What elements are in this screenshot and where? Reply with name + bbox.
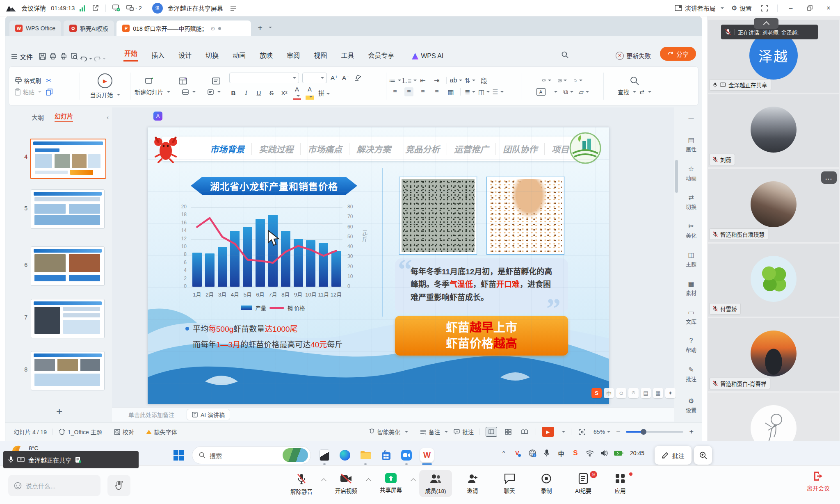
apps-button[interactable]: 应用	[604, 470, 637, 497]
justify-icon[interactable]: ≡	[432, 87, 441, 96]
tab-docer-ai[interactable]: ✿ 稻壳AI模板	[64, 21, 114, 36]
input-method-bar[interactable]: S 中 ☺ ⌾ ▤ ▦ ✦	[591, 386, 703, 399]
menu-review[interactable]: 审阅	[286, 48, 301, 62]
rail-animation[interactable]: ☆动画	[680, 165, 702, 182]
members-button[interactable]: 成员(18)	[419, 470, 452, 497]
find-button[interactable]: 查找	[618, 88, 636, 96]
rail-theme[interactable]: ◫主题	[680, 251, 702, 268]
grid-view-button[interactable]	[503, 427, 514, 436]
font-family-select[interactable]	[229, 73, 299, 83]
participant-tile[interactable]: 智造粕蛋白-肖春祥	[708, 318, 839, 391]
wps-assistant-icon[interactable]: A	[153, 112, 162, 121]
battery-icon[interactable]	[613, 448, 624, 458]
minimize-button[interactable]: –	[785, 2, 797, 14]
decrease-indent-icon[interactable]: ⇤	[418, 76, 427, 85]
play-from-current-button[interactable]: 当页开始	[90, 91, 120, 99]
increase-font-icon[interactable]: A⁺	[330, 74, 338, 82]
notes-toggle-button[interactable]: 备注	[420, 428, 448, 436]
taskbar-clock[interactable]: 20:45	[630, 450, 644, 456]
output-icon[interactable]	[48, 51, 58, 62]
tab-wps-office[interactable]: W WPS Office	[9, 21, 61, 36]
raise-hand-button[interactable]	[107, 475, 130, 496]
rail-assets[interactable]: ▦素材	[680, 280, 702, 296]
wifi-icon[interactable]	[584, 448, 595, 458]
sogou-tray-icon[interactable]: S	[570, 448, 581, 458]
tab-list-caret[interactable]	[267, 26, 272, 36]
sogou-logo-icon[interactable]: S	[591, 388, 602, 398]
slideshow-play-button[interactable]: ▶	[542, 427, 554, 437]
align-right-icon[interactable]: ≡	[418, 87, 427, 96]
participant-tile[interactable]: 智造粕蛋白潘璞慧	[708, 169, 839, 242]
network-info-tray-icon[interactable]: i	[527, 448, 538, 458]
play-from-current-icon[interactable]: ▶	[98, 73, 112, 88]
copy-icon[interactable]	[45, 87, 54, 96]
search-icon[interactable]	[560, 49, 571, 60]
menu-member[interactable]: 会员专享	[367, 48, 395, 62]
participant-tile[interactable]: 刘薇	[708, 94, 839, 167]
menu-wps-ai[interactable]: WPS AI	[411, 51, 444, 62]
save-icon[interactable]	[37, 51, 48, 62]
paragraph-mark-icon[interactable]: 段	[479, 76, 488, 85]
chat-input[interactable]: 说点什么...	[8, 475, 100, 496]
video-options-chevron[interactable]	[366, 478, 371, 483]
slide-thumbnail-4[interactable]	[30, 139, 106, 179]
text-effects-button[interactable]: 拼	[318, 89, 330, 97]
section-dropdown[interactable]	[208, 89, 221, 95]
zoom-in-button[interactable]: +	[689, 428, 694, 436]
ai-speech-button[interactable]: AI 演讲稿	[187, 409, 230, 420]
text-box-icon[interactable]: A	[536, 88, 546, 96]
outline-view-icon[interactable]	[212, 76, 221, 85]
align-left-icon[interactable]: ≡	[390, 87, 399, 96]
magnifier-button[interactable]	[694, 446, 712, 465]
format-painter-button[interactable]: 格式刷	[15, 76, 41, 84]
tile-more-button[interactable]: ...	[821, 171, 837, 184]
highlight-color-button[interactable]: A	[306, 86, 314, 100]
tab-slides[interactable]: 幻灯片	[55, 112, 73, 122]
rail-help[interactable]: ?帮助	[680, 337, 702, 353]
increase-indent-icon[interactable]: ⇥	[432, 76, 441, 85]
chinese-mode-icon[interactable]: 中	[604, 388, 614, 398]
start-button[interactable]	[171, 448, 185, 462]
share-button[interactable]: 分享	[660, 47, 696, 61]
ms-store-icon[interactable]	[379, 448, 393, 462]
ai-minutes-button[interactable]: 9 AI纪要	[567, 470, 600, 497]
numbered-list-icon[interactable]: ⒈≡	[404, 76, 413, 85]
superscript-button[interactable]: X²	[280, 89, 288, 96]
text-direction-icon[interactable]: ⇅	[466, 76, 475, 85]
editing-canvas[interactable]: A 市场背景 实践过程 市场痛点 解决方案 竞品分析 运营推广 团队协作 项目价	[112, 107, 674, 407]
menu-view[interactable]: 视图	[313, 48, 328, 62]
share-screen-button[interactable]: 共享屏幕	[374, 470, 407, 496]
quick-style-icon[interactable]: ▱	[580, 87, 589, 96]
columns-icon[interactable]: ◫	[479, 87, 488, 96]
distribute-icon[interactable]: ▦	[446, 87, 455, 96]
print-icon[interactable]	[58, 51, 69, 62]
paragraph-settings-icon[interactable]: ☰	[493, 87, 502, 96]
collapse-rail-icon[interactable]: —	[680, 115, 702, 121]
arrange-icon[interactable]: ⧉	[564, 87, 573, 96]
paste-button[interactable]: 粘贴	[15, 88, 41, 96]
restore-button[interactable]	[804, 2, 815, 14]
collapse-panel-icon[interactable]: ‹	[107, 114, 109, 121]
slide-thumbnail-5[interactable]	[31, 189, 105, 229]
input-method-icon[interactable]: 中	[556, 448, 566, 458]
insert-shape-icon[interactable]	[542, 76, 551, 85]
rail-properties[interactable]: ▤属性	[680, 136, 702, 153]
menu-home[interactable]: 开始	[123, 46, 138, 62]
annotate-button[interactable]: 批注	[655, 446, 692, 465]
speaker-layout-button[interactable]: 演讲者布局	[675, 4, 724, 12]
update-failed-status[interactable]: ✕ 更新失败	[616, 51, 651, 60]
rail-library[interactable]: ▭文库	[680, 308, 702, 325]
share-options-chevron[interactable]	[411, 478, 416, 483]
mic-options-chevron[interactable]	[321, 478, 326, 483]
canvas-scrollbar[interactable]	[675, 160, 678, 193]
fullscreen-icon[interactable]	[759, 3, 770, 14]
print-preview-icon[interactable]	[69, 51, 80, 62]
tab-outline[interactable]: 大纲	[32, 113, 44, 121]
layout-dropdown[interactable]	[182, 89, 196, 95]
menu-design[interactable]: 设计	[178, 48, 192, 62]
start-video-button[interactable]: 开启视频	[330, 470, 363, 497]
zoom-out-button[interactable]: −	[616, 428, 621, 436]
close-button[interactable]: ×	[823, 2, 834, 14]
device-status-icon[interactable]	[111, 3, 121, 14]
menu-tools[interactable]: 工具	[340, 48, 355, 62]
